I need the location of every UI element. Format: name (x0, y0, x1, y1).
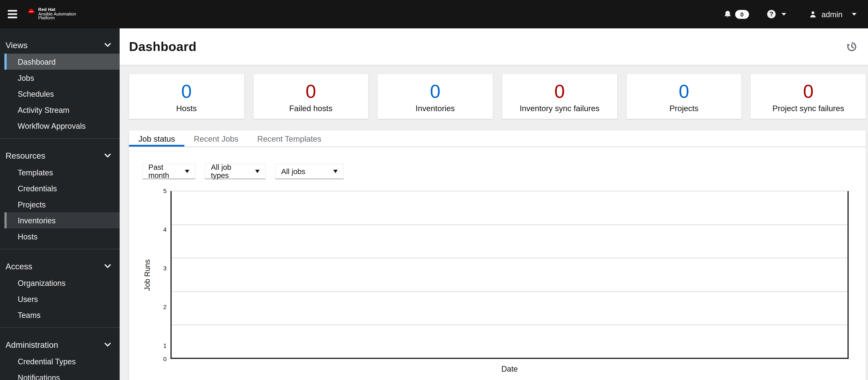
chevron-down-icon (104, 42, 111, 47)
stat-value[interactable]: 0 (803, 81, 813, 101)
nav-section-access: Access Organizations Users Teams (0, 249, 120, 327)
stat-card-project-sync-failures[interactable]: 0 Project sync failures (751, 74, 866, 119)
sidebar-item-users[interactable]: Users (4, 291, 120, 307)
stat-card-projects[interactable]: 0 Projects (626, 74, 741, 119)
notifications-button[interactable]: 0 (723, 10, 749, 19)
brand-name: Red Hat (38, 7, 76, 12)
dashboard-graph-panel: Job status Recent Jobs Recent Templates … (129, 131, 866, 380)
stat-label: Inventory sync failures (520, 104, 599, 113)
stat-label: Projects (670, 104, 699, 113)
sidebar-item-workflow-approvals[interactable]: Workflow Approvals (4, 118, 120, 134)
x-axis-title: Date (170, 364, 849, 373)
stat-label: Project sync failures (772, 104, 844, 113)
stat-card-inventories[interactable]: 0 Inventories (378, 74, 493, 119)
job-status-panel-body: Past month All job types All jobs Job Ru… (129, 147, 866, 380)
summary-cards-row: 0 Hosts 0 Failed hosts 0 Inventories 0 I… (129, 74, 866, 119)
stat-card-failed-hosts[interactable]: 0 Failed hosts (253, 74, 368, 119)
sidebar-nav: Views Dashboard Jobs Schedules Activity … (0, 28, 120, 380)
graph-filters: Past month All job types All jobs (142, 164, 852, 179)
nav-section-title: Administration (6, 340, 58, 349)
y-tick-label: 3 (142, 265, 166, 272)
caret-down-icon (255, 170, 260, 173)
nav-section-title: Access (6, 262, 32, 271)
stat-card-hosts[interactable]: 0 Hosts (129, 74, 244, 119)
svg-text:?: ? (770, 10, 773, 18)
y-tick-label: 5 (142, 187, 166, 194)
nav-section-views: Views Dashboard Jobs Schedules Activity … (0, 28, 120, 138)
tab-recent-jobs[interactable]: Recent Jobs (184, 131, 248, 147)
stat-label: Failed hosts (289, 104, 333, 113)
job-type-select-value: All job types (211, 163, 251, 180)
stat-value[interactable]: 0 (306, 81, 316, 101)
plot-area (170, 191, 849, 359)
sidebar-item-schedules[interactable]: Schedules (4, 86, 120, 102)
y-axis-title: Job Runs (139, 191, 156, 359)
nav-section-title: Resources (6, 151, 45, 160)
sidebar-item-credential-types[interactable]: Credential Types (4, 353, 120, 370)
y-tick-label: 2 (142, 304, 166, 310)
nav-section-title: Views (6, 40, 28, 50)
tabs-bar: Job status Recent Jobs Recent Templates (129, 131, 866, 147)
job-type-select[interactable]: All job types (205, 164, 266, 179)
sidebar-item-notifications[interactable]: Notifications (4, 370, 120, 380)
chevron-down-icon (104, 342, 111, 347)
nav-toggle-button[interactable] (1, 4, 23, 24)
nav-section-administration-toggle[interactable]: Administration (0, 336, 120, 353)
sidebar-item-templates[interactable]: Templates (4, 164, 120, 180)
sidebar-item-organizations[interactable]: Organizations (4, 275, 120, 291)
sidebar-item-activity-stream[interactable]: Activity Stream (4, 102, 120, 118)
nav-section-resources-toggle[interactable]: Resources (0, 147, 120, 164)
stat-value[interactable]: 0 (430, 81, 440, 101)
jobs-select[interactable]: All jobs (275, 164, 344, 179)
gridline (172, 224, 847, 225)
page-title: Dashboard (129, 39, 196, 54)
masthead: Red Hat Ansible Automation Platform 0 ? (0, 0, 868, 28)
gridline (172, 258, 847, 258)
stat-label: Hosts (176, 104, 197, 113)
nav-section-views-toggle[interactable]: Views (0, 36, 120, 54)
stat-value[interactable]: 0 (181, 81, 192, 101)
period-select-value: Past month (148, 163, 180, 180)
stat-value[interactable]: 0 (554, 81, 565, 101)
caret-down-icon (851, 12, 857, 16)
notification-count-badge[interactable]: 0 (735, 10, 749, 19)
sidebar-item-hosts[interactable]: Hosts (4, 229, 120, 245)
tab-recent-templates[interactable]: Recent Templates (248, 131, 331, 147)
stat-card-inventory-sync-failures[interactable]: 0 Inventory sync failures (502, 74, 617, 119)
product-name-line2: Platform (38, 16, 76, 21)
tab-job-status[interactable]: Job status (129, 131, 184, 147)
jobs-select-value: All jobs (281, 167, 305, 176)
main-content: 0 Hosts 0 Failed hosts 0 Inventories 0 I… (120, 65, 868, 380)
y-tick-label: 0 (142, 355, 166, 362)
page-header: Dashboard (120, 28, 868, 65)
stat-value[interactable]: 0 (679, 81, 689, 101)
period-select[interactable]: Past month (142, 164, 195, 179)
user-icon (809, 10, 817, 19)
user-menu-button[interactable]: admin (809, 10, 857, 19)
help-menu-button[interactable]: ? (767, 9, 787, 19)
sidebar-item-inventories[interactable]: Inventories (4, 212, 120, 229)
y-tick-label: 1 (142, 342, 166, 349)
sidebar-item-teams[interactable]: Teams (4, 307, 120, 323)
gridline (172, 324, 847, 325)
chevron-down-icon (104, 153, 111, 158)
caret-down-icon (781, 12, 787, 16)
caret-down-icon (333, 170, 338, 173)
history-icon (846, 41, 857, 52)
brand-logo[interactable]: Red Hat Ansible Automation Platform (27, 7, 76, 21)
masthead-toolbar: 0 ? admin (723, 9, 868, 19)
nav-section-access-toggle[interactable]: Access (0, 257, 120, 275)
sidebar-item-dashboard[interactable]: Dashboard (4, 54, 120, 70)
sidebar-item-credentials[interactable]: Credentials (4, 180, 120, 197)
username-label: admin (822, 10, 843, 19)
nav-section-administration: Administration Credential Types Notifica… (0, 327, 120, 380)
activity-history-button[interactable] (845, 40, 858, 53)
caret-down-icon (185, 170, 189, 173)
sidebar-item-jobs[interactable]: Jobs (4, 70, 120, 86)
app-viewport: Red Hat Ansible Automation Platform 0 ? (0, 0, 868, 380)
y-tick-label: 4 (142, 226, 166, 233)
gridline (172, 291, 847, 292)
sidebar-item-projects[interactable]: Projects (4, 196, 120, 212)
nav-section-resources: Resources Templates Credentials Projects… (0, 138, 120, 249)
job-runs-chart: Job Runs 5 4 3 2 1 0 Date (142, 191, 852, 380)
